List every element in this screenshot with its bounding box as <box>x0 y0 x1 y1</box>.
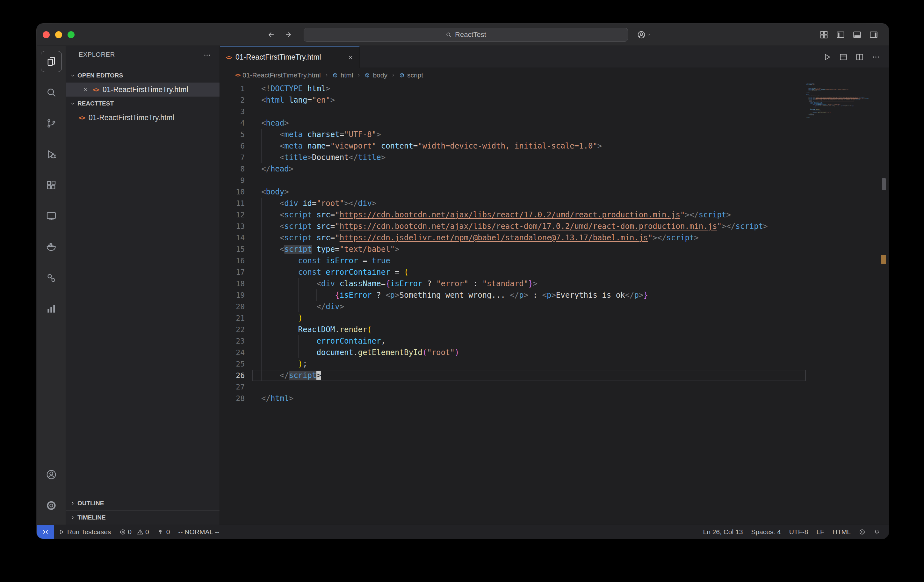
file-tree-item[interactable]: <>01-ReactFirstTimeTry.html <box>66 111 219 125</box>
line-number[interactable]: 20 <box>220 301 261 312</box>
status-item-remote-indicator[interactable] <box>36 525 54 539</box>
code-line[interactable]: 23 errorContainer, <box>220 335 889 347</box>
line-number[interactable]: 21 <box>220 312 261 324</box>
line-number[interactable]: 1 <box>220 83 261 94</box>
close-tab-button[interactable] <box>347 54 354 61</box>
code-line[interactable]: 7 <title>Document</title> <box>220 152 889 163</box>
code-line[interactable]: 6 <meta name="viewport" content="width=d… <box>220 140 889 152</box>
line-number[interactable]: 15 <box>220 243 261 255</box>
code-editor[interactable]: 1<!DOCTYPE html>2<html lang="en">34<head… <box>220 82 889 525</box>
status-item-encoding[interactable]: UTF-8 <box>785 525 812 539</box>
activity-bar-item-testing-stats[interactable] <box>41 298 62 319</box>
activity-bar-item-search[interactable] <box>41 82 62 103</box>
code-line[interactable]: 22 ReactDOM.render( <box>220 324 889 335</box>
code-line[interactable]: 15 <script type="text/babel"> <box>220 243 889 255</box>
code-line[interactable]: 20 </div> <box>220 301 889 312</box>
code-line[interactable]: 26 </script> <box>220 370 889 381</box>
activity-bar-item-remote-explorer[interactable] <box>41 205 62 227</box>
code-line[interactable]: 19 {isError ? <p>Something went wrong...… <box>220 289 889 301</box>
line-number[interactable]: 4 <box>220 117 261 129</box>
open-editors-section-header[interactable]: OPEN EDITORS <box>66 68 219 83</box>
code-line[interactable]: 11 <div id="root"></div> <box>220 198 889 209</box>
status-item-feedback[interactable] <box>855 525 870 539</box>
code-line[interactable]: 27 <box>220 381 889 393</box>
line-number[interactable]: 24 <box>220 347 261 358</box>
code-line[interactable]: 5 <meta charset="UTF-8"> <box>220 129 889 140</box>
more-actions-button[interactable] <box>871 53 880 61</box>
outline-section[interactable]: OUTLINE <box>66 496 219 510</box>
code-line[interactable]: 4<head> <box>220 117 889 129</box>
forward-button[interactable] <box>283 29 294 40</box>
toggle-primary-sidebar-button[interactable] <box>836 30 845 40</box>
status-item-ports[interactable]: 0 <box>153 525 174 539</box>
line-number[interactable]: 6 <box>220 140 261 152</box>
minimize-button[interactable] <box>55 31 62 38</box>
line-number[interactable]: 25 <box>220 358 261 370</box>
code-line[interactable]: 2<html lang="en"> <box>220 94 889 106</box>
more-actions-icon[interactable] <box>203 51 211 59</box>
line-number[interactable]: 19 <box>220 289 261 301</box>
breadcrumb-item[interactable]: body <box>365 71 388 79</box>
activity-bar-item-settings[interactable] <box>41 495 62 516</box>
line-number[interactable]: 18 <box>220 278 261 289</box>
code-line[interactable]: 1<!DOCTYPE html> <box>220 83 889 94</box>
line-number[interactable]: 9 <box>220 175 261 186</box>
code-line[interactable]: 3 <box>220 106 889 117</box>
preview-button[interactable] <box>839 53 848 61</box>
account-menu[interactable] <box>637 23 651 46</box>
code-line[interactable]: 24 document.getElementById("root") <box>220 347 889 358</box>
status-item-language-mode[interactable]: HTML <box>828 525 855 539</box>
activity-bar-item-live-share[interactable] <box>41 268 62 288</box>
line-number[interactable]: 22 <box>220 324 261 335</box>
command-center-search[interactable]: ReactTest <box>304 28 628 42</box>
code-line[interactable]: 25 ); <box>220 358 889 370</box>
activity-bar-item-run-and-debug[interactable] <box>41 144 62 165</box>
minimap[interactable]: <!DOCTYPE html><html lang="en"><head> <m… <box>806 83 879 131</box>
line-number[interactable]: 28 <box>220 393 261 404</box>
activity-bar-item-explorer[interactable] <box>41 51 62 72</box>
code-line[interactable]: 10<body> <box>220 186 889 198</box>
editor-tab[interactable]: <>01-ReactFirstTimeTry.html <box>220 46 360 68</box>
toggle-secondary-sidebar-button[interactable] <box>869 30 878 40</box>
line-number[interactable]: 7 <box>220 152 261 163</box>
code-line[interactable]: 14 <script src="https://cdn.jsdelivr.net… <box>220 232 889 243</box>
close-button[interactable] <box>43 31 50 38</box>
line-number[interactable]: 11 <box>220 198 261 209</box>
line-number[interactable]: 26 <box>220 370 261 381</box>
customize-layout-button[interactable] <box>819 30 829 40</box>
activity-bar-item-accounts[interactable] <box>41 464 62 485</box>
line-number[interactable]: 3 <box>220 106 261 117</box>
code-line[interactable]: 13 <script src="https://cdn.bootcdn.net/… <box>220 221 889 232</box>
status-item-cursor-position[interactable]: Ln 26, Col 13 <box>699 525 747 539</box>
split-editor-button[interactable] <box>855 53 864 61</box>
line-number[interactable]: 13 <box>220 221 261 232</box>
scrollbar[interactable] <box>879 82 889 525</box>
line-number[interactable]: 23 <box>220 335 261 347</box>
line-number[interactable]: 8 <box>220 163 261 175</box>
code-line[interactable]: 18 <div className={isError ? "error" : "… <box>220 278 889 289</box>
line-number[interactable]: 14 <box>220 232 261 243</box>
code-line[interactable]: 28</html> <box>220 393 889 404</box>
close-editor-button[interactable] <box>82 86 89 93</box>
code-line[interactable]: 8</head> <box>220 163 889 175</box>
status-item-vim-mode[interactable]: -- NORMAL -- <box>174 525 223 539</box>
line-number[interactable]: 10 <box>220 186 261 198</box>
breadcrumb-item[interactable]: script <box>399 71 423 79</box>
status-item-problems[interactable]: 00 <box>115 525 153 539</box>
back-button[interactable] <box>266 29 276 40</box>
line-number[interactable]: 16 <box>220 255 261 266</box>
open-editor-item[interactable]: <>01-ReactFirstTimeTry.html <box>66 83 219 97</box>
code-line[interactable]: 16 const isError = true <box>220 255 889 266</box>
status-item-indentation[interactable]: Spaces: 4 <box>747 525 785 539</box>
line-number[interactable]: 27 <box>220 381 261 393</box>
timeline-section[interactable]: TIMELINE <box>66 510 219 525</box>
zoom-button[interactable] <box>68 31 74 38</box>
project-section-header[interactable]: REACTTEST <box>66 97 219 111</box>
status-item-eol[interactable]: LF <box>812 525 828 539</box>
run-button[interactable] <box>823 53 832 61</box>
line-number[interactable]: 12 <box>220 209 261 221</box>
breadcrumb-item[interactable]: html <box>332 71 353 79</box>
code-line[interactable]: 21 ) <box>220 312 889 324</box>
code-line[interactable]: 12 <script src="https://cdn.bootcdn.net/… <box>220 209 889 221</box>
activity-bar-item-docker[interactable] <box>41 236 62 258</box>
